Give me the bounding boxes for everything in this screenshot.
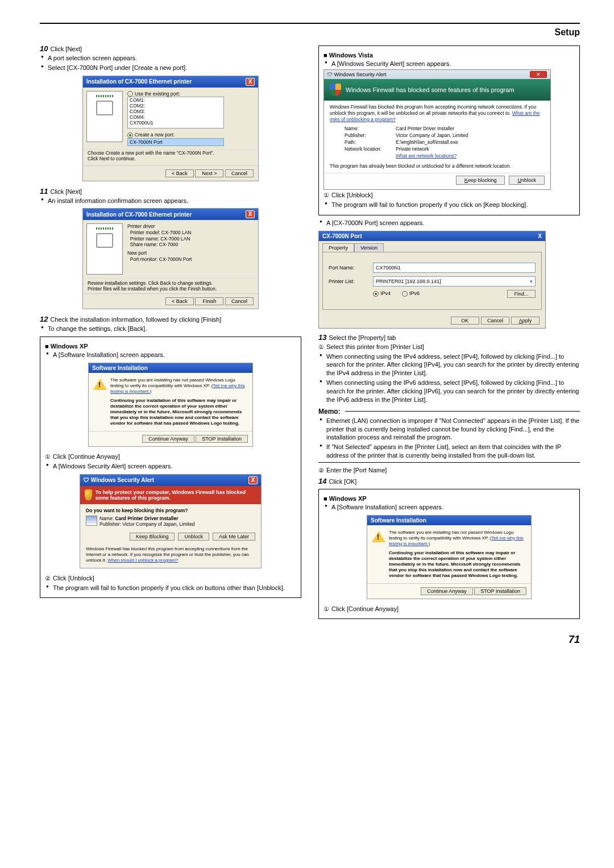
printer-preview-icon [86,223,123,275]
step-13-sub-1: ①Select this printer from [Printer List] [318,343,580,351]
chevron-down-icon: ▾ [530,279,533,284]
windows-xp-box: Windows XP A [Software Installation] scr… [40,337,301,598]
vista-substep-1: ①Click [Unblock] [323,191,575,200]
dialog-title: CX-7000N Port [322,233,362,239]
step-13: 13Select the [Property] tab [318,333,580,342]
back-button[interactable]: < Back [165,169,194,177]
port-selection-dialog: Installation of CX-7000 Ethernet printer… [82,76,259,181]
xp-substep-2: ②Click [Unblock] [45,574,296,583]
memo-1: Ethernet (LAN) connection is improper if… [318,417,580,442]
step-11-note: An install information confirmation scre… [40,197,301,205]
xp2-substep-1: ①Click [Continue Anyway] [323,605,575,613]
close-icon[interactable]: X [538,233,542,239]
close-icon[interactable]: X [248,476,258,484]
dialog-title: Installation of CX-7000 Ethernet printer [86,211,192,218]
close-icon[interactable]: X [246,78,255,86]
page-header: Setup [40,27,580,38]
ipv6-radio[interactable] [402,291,408,297]
continue-anyway-button[interactable]: Continue Anyway [421,587,473,595]
ok-button[interactable]: OK [451,317,479,325]
printer-list-select[interactable]: PRINTER01 [192.168.0.141]▾ [373,276,536,286]
stop-installation-button[interactable]: STOP Installation [196,435,248,443]
xp-heading: Windows XP [45,343,296,350]
warning-icon [93,379,107,390]
ipv6-note: When connecting using the IPv6 address, … [318,379,580,404]
finish-button[interactable]: Finish [195,297,223,305]
apply-button[interactable]: Apply [511,317,540,325]
cx7000n-port-dialog: CX-7000N PortX Property Version Port Nam… [318,231,546,329]
memo-heading: Memo: [318,408,580,416]
app-icon [330,125,341,160]
software-installation-dialog: Software Installation The software you a… [88,363,253,447]
keep-blocking-button[interactable]: Keep Blocking [130,533,175,541]
tab-property[interactable]: Property [322,243,354,252]
dialog-title: Software Installation [371,517,426,524]
unblock-button[interactable]: Unblock [178,533,209,541]
vista-heading: Windows Vista [323,52,575,59]
step-10-note-1: A port selection screen appears. [40,54,301,63]
software-installation-dialog-2: Software Installation The software you a… [367,515,532,599]
step-10: 10Click [Next] [40,44,301,53]
network-locations-link[interactable]: What are network locations? [396,153,457,159]
step-11: 11Click [Next] [40,187,301,196]
xp-note-2: A [Windows Security Alert] screen appear… [45,462,296,471]
find-button[interactable]: Find... [507,290,536,298]
ipv4-radio[interactable] [373,291,379,297]
warning-icon [372,531,385,542]
cancel-button[interactable]: Cancel [481,317,509,325]
windows-vista-box: Windows Vista A [Windows Security Alert]… [318,45,580,215]
app-icon [86,516,97,526]
existing-port-list[interactable]: COM1: COM2: COM3: COM4: CX7000U1 [127,97,224,128]
xp2-note: A [Software Installation] screen appears… [323,503,575,512]
dialog-title: Windows Security Alert [91,477,154,483]
cancel-button[interactable]: Cancel [225,169,254,177]
dialog-instruction: Choose Create a new port with the name "… [83,149,258,165]
unblock-button[interactable]: Unblock [509,176,545,185]
ask-later-button[interactable]: Ask Me Later [213,533,255,541]
ipv4-note: When connecting using the IPv4 address, … [318,352,580,378]
stop-installation-button[interactable]: STOP Installation [474,587,526,595]
keep-blocking-button[interactable]: Keep blocking [456,176,505,185]
dialog-title: Installation of CX-7000 Ethernet printer [86,78,192,85]
printer-preview-icon [86,91,123,142]
xp-note-3: The program will fail to function proper… [45,584,296,592]
shield-icon [330,84,341,96]
port-name-input[interactable]: CX7000N1 [373,263,536,273]
windows-xp-box-2: Windows XP A [Software Installation] scr… [318,489,580,620]
use-existing-radio[interactable] [127,91,133,97]
step-13-sub-2: ②Enter the [Port Name] [318,466,580,475]
step-12-note: To change the settings, click [Back]. [40,325,301,333]
memo-2: If "Not Selected" appears in the [Printe… [318,443,580,460]
step-12: 12Check the installation information, fo… [40,315,301,323]
continue-anyway-button[interactable]: Continue Anyway [142,435,194,443]
cancel-button[interactable]: Cancel [225,297,254,305]
create-new-radio[interactable] [127,132,133,138]
dialog-title: Windows Security Alert [334,72,387,77]
review-note: Review installation settings. Click Back… [83,278,258,293]
shield-icon [85,489,92,501]
page-number: 71 [40,634,580,646]
step-14: 14Click [OK] [318,477,580,485]
back-button[interactable]: < Back [165,297,194,305]
new-port-field[interactable]: CX-7000N Port [127,138,224,146]
tab-version[interactable]: Version [354,243,384,252]
dialog-title: Software Installation [92,365,148,371]
xp-note: A [Software Installation] screen appears… [45,351,296,359]
close-icon[interactable]: ✕ [530,71,547,78]
when-unblock-link[interactable]: When should I unblock a program? [107,558,178,563]
security-alert-vista-dialog: 🛡 Windows Security Alert✕ Windows Firewa… [323,69,551,190]
close-icon[interactable]: X [246,210,255,218]
install-confirm-dialog: Installation of CX-7000 Ethernet printer… [82,208,259,309]
vista-note-2: The program will fail to function proper… [323,201,575,209]
next-button[interactable]: Next > [195,169,223,177]
xp-substep-1: ①Click [Continue Anyway] [45,452,296,461]
security-alert-xp-dialog: 🛡 Windows Security AlertX To help protec… [80,474,262,568]
cx-port-note: A [CX-7000N Port] screen appears. [318,219,580,227]
xp2-heading: Windows XP [323,495,575,502]
step-10-note-2: Select [CX-7000N Port] under [Create a n… [40,64,301,72]
vista-note-1: A [Windows Security Alert] screen appear… [323,60,575,68]
